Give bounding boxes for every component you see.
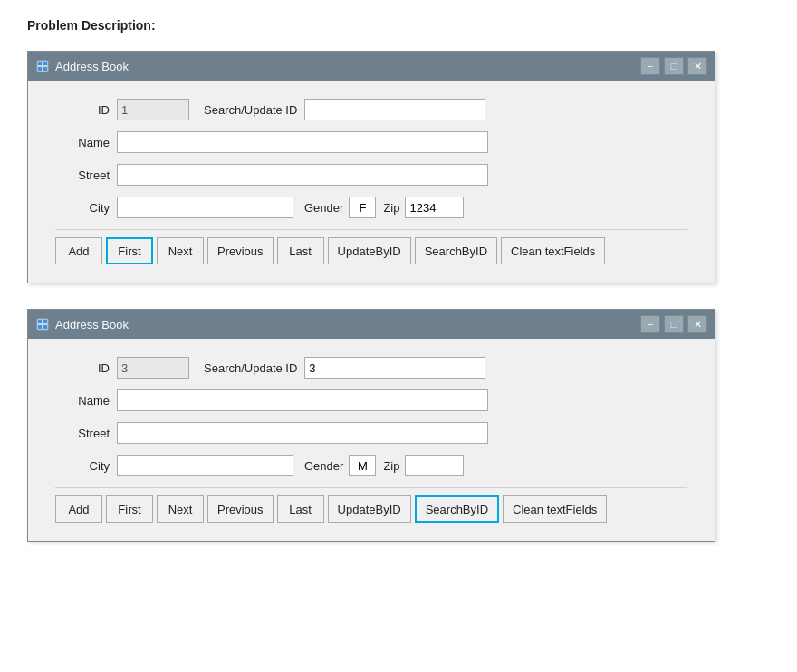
street-label-2: Street (55, 427, 110, 440)
maximize-button-2[interactable]: □ (664, 315, 684, 333)
previous-button-1[interactable]: Previous (207, 237, 274, 264)
gender-label-1: Gender (304, 201, 343, 215)
update-by-id-button-2[interactable]: UpdateByID (328, 495, 411, 523)
clean-text-fields-button-2[interactable]: Clean textFields (503, 495, 607, 523)
city-label-1: City (55, 201, 110, 215)
maximize-button-1[interactable]: □ (664, 57, 684, 75)
minimize-button-2[interactable]: − (640, 315, 660, 333)
search-update-id-input-1[interactable] (304, 99, 485, 120)
svg-rect-9 (43, 325, 47, 329)
city-row-1: City Gender Zip (55, 197, 687, 218)
zip-label-2: Zip (383, 459, 399, 473)
svg-rect-2 (43, 62, 47, 65)
add-button-1[interactable]: Add (55, 237, 102, 264)
name-label-2: Name (55, 394, 110, 408)
svg-rect-6 (38, 320, 42, 323)
street-label-1: Street (55, 168, 110, 182)
city-input-1[interactable] (117, 197, 293, 218)
window-body-1: ID Search/Update ID Name Street City Gen… (28, 81, 715, 283)
next-button-1[interactable]: Next (157, 237, 204, 264)
street-input-2[interactable] (117, 422, 488, 444)
close-button-2[interactable]: ✕ (687, 315, 707, 333)
search-by-id-button-2[interactable]: SearchByID (415, 495, 499, 523)
window-title-1: Address Book (55, 60, 640, 73)
next-button-2[interactable]: Next (157, 495, 204, 523)
id-row-1: ID Search/Update ID (55, 99, 687, 120)
id-label-1: ID (55, 103, 110, 117)
search-by-id-button-1[interactable]: SearchByID (415, 237, 497, 264)
name-row-2: Name (55, 389, 687, 411)
gender-label-2: Gender (304, 459, 343, 473)
last-button-1[interactable]: Last (277, 237, 324, 264)
add-button-2[interactable]: Add (55, 495, 102, 523)
title-bar-2: Address Book − □ ✕ (28, 310, 715, 339)
update-by-id-button-1[interactable]: UpdateByID (328, 237, 411, 264)
svg-rect-7 (43, 320, 47, 323)
city-row-2: City Gender Zip (55, 455, 687, 476)
close-button-1[interactable]: ✕ (687, 57, 707, 75)
title-bar-1: Address Book − □ ✕ (28, 52, 715, 81)
previous-button-2[interactable]: Previous (207, 495, 274, 523)
search-update-id-label-2: Search/Update ID (204, 361, 297, 375)
address-book-window-2: Address Book − □ ✕ ID Search/Update ID N… (27, 309, 715, 542)
title-bar-controls-2: − □ ✕ (640, 315, 707, 333)
street-row-2: Street (55, 422, 687, 444)
zip-label-1: Zip (383, 201, 399, 215)
street-row-1: Street (55, 164, 687, 186)
title-bar-controls-1: − □ ✕ (640, 57, 707, 75)
id-input-1[interactable] (117, 99, 189, 120)
gender-input-1[interactable] (349, 197, 376, 218)
zip-input-1[interactable] (405, 197, 464, 218)
gender-input-2[interactable] (349, 455, 376, 476)
last-button-2[interactable]: Last (277, 495, 324, 523)
id-row-2: ID Search/Update ID (55, 357, 687, 379)
svg-rect-4 (43, 67, 47, 71)
window-icon-1 (35, 59, 50, 73)
id-label-2: ID (55, 361, 110, 375)
id-input-2[interactable] (117, 357, 189, 379)
zip-input-2[interactable] (405, 455, 464, 476)
first-button-2[interactable]: First (106, 495, 153, 523)
problem-description-label: Problem Description: (27, 18, 770, 33)
svg-rect-3 (38, 67, 42, 71)
minimize-button-1[interactable]: − (640, 57, 660, 75)
clean-text-fields-button-1[interactable]: Clean textFields (501, 237, 605, 264)
street-input-1[interactable] (117, 164, 488, 186)
window-body-2: ID Search/Update ID Name Street City Gen… (28, 339, 715, 541)
name-input-1[interactable] (117, 131, 488, 153)
name-label-1: Name (55, 136, 110, 149)
svg-rect-8 (38, 325, 42, 329)
svg-rect-1 (38, 62, 42, 65)
search-update-id-input-2[interactable] (304, 357, 485, 379)
name-input-2[interactable] (117, 389, 488, 411)
first-button-1[interactable]: First (106, 237, 153, 264)
button-row-1: Add First Next Previous Last UpdateByID … (55, 229, 687, 268)
window-icon-2 (35, 317, 50, 331)
search-update-id-label-1: Search/Update ID (204, 103, 297, 117)
city-input-2[interactable] (117, 455, 293, 476)
address-book-window-1: Address Book − □ ✕ ID Search/Update ID N… (27, 51, 715, 283)
city-label-2: City (55, 459, 110, 473)
name-row-1: Name (55, 131, 687, 153)
button-row-2: Add First Next Previous Last UpdateByID … (55, 487, 687, 526)
window-title-2: Address Book (55, 318, 640, 331)
